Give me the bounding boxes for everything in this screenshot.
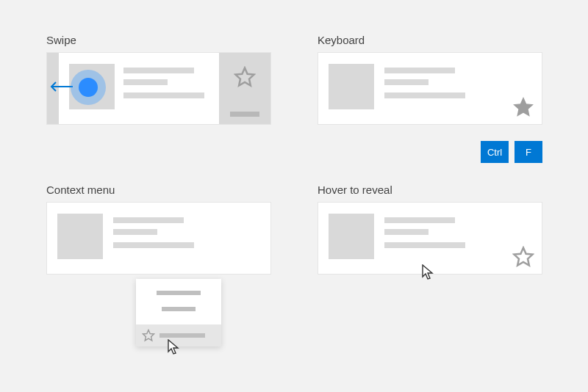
cursor-icon bbox=[168, 339, 181, 357]
svg-marker-4 bbox=[514, 248, 533, 266]
context-thumbnail bbox=[57, 214, 103, 259]
swipe-action-label bbox=[230, 112, 259, 117]
placeholder-line bbox=[157, 291, 201, 295]
placeholder-line bbox=[384, 92, 465, 98]
placeholder-line bbox=[384, 68, 455, 73]
context-menu-title: Context menu bbox=[46, 184, 115, 196]
cursor-icon bbox=[422, 264, 435, 282]
placeholder-line bbox=[384, 242, 465, 248]
placeholder-line bbox=[384, 79, 429, 85]
touch-point-inner bbox=[79, 78, 98, 97]
placeholder-line bbox=[384, 217, 455, 223]
keyboard-thumbnail bbox=[329, 64, 374, 109]
placeholder-line bbox=[384, 229, 429, 235]
star-outline-icon[interactable] bbox=[512, 246, 534, 268]
f-key[interactable]: F bbox=[514, 141, 542, 163]
ctrl-key[interactable]: Ctrl bbox=[481, 141, 509, 163]
svg-marker-0 bbox=[236, 68, 254, 86]
hover-title: Hover to reveal bbox=[318, 184, 392, 196]
star-outline-icon bbox=[142, 329, 155, 342]
placeholder-line bbox=[162, 307, 196, 311]
keyboard-title: Keyboard bbox=[318, 34, 365, 46]
swipe-title: Swipe bbox=[46, 34, 76, 46]
keyboard-card[interactable] bbox=[318, 52, 542, 125]
placeholder-line bbox=[159, 333, 205, 338]
context-menu-item[interactable] bbox=[136, 286, 221, 300]
svg-marker-2 bbox=[514, 98, 533, 116]
placeholder-line bbox=[113, 217, 184, 223]
svg-marker-3 bbox=[143, 330, 154, 341]
context-card[interactable] bbox=[46, 202, 271, 275]
star-filled-icon bbox=[512, 96, 534, 118]
placeholder-line bbox=[113, 242, 194, 248]
arrow-left-icon bbox=[49, 81, 74, 92]
placeholder-line bbox=[123, 92, 204, 98]
placeholder-line bbox=[123, 79, 168, 85]
context-menu-item[interactable] bbox=[136, 302, 221, 316]
context-menu-popup[interactable] bbox=[136, 279, 221, 346]
placeholder-line bbox=[123, 68, 194, 73]
hover-thumbnail bbox=[329, 214, 374, 259]
star-outline-icon bbox=[234, 66, 256, 88]
placeholder-line bbox=[113, 229, 157, 235]
